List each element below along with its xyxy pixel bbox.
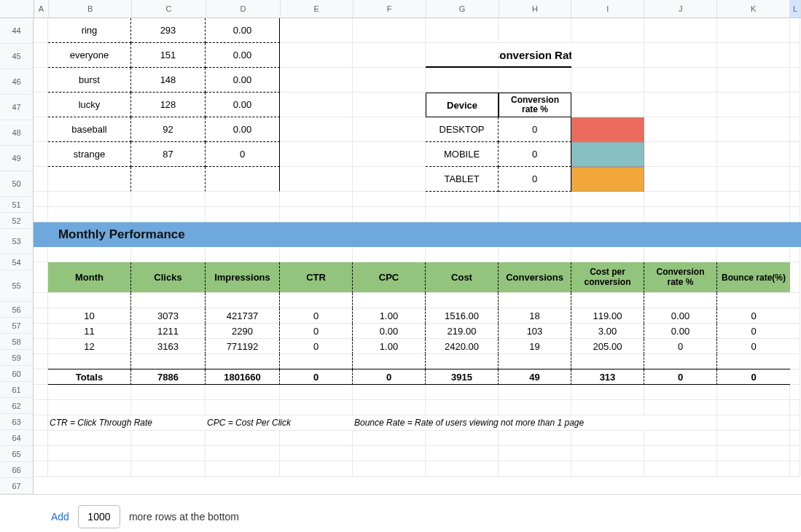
cr-device[interactable]: TABLET (426, 167, 499, 192)
totals-cell[interactable]: 7886 (131, 369, 206, 385)
row-header[interactable]: 62 (0, 398, 33, 414)
cell[interactable]: burst (48, 68, 131, 93)
col-header-E[interactable]: E (281, 0, 353, 17)
cell[interactable]: 0 (280, 308, 353, 324)
cell[interactable]: 0 (280, 339, 353, 354)
cr-rate[interactable]: 0 (499, 117, 571, 142)
cell[interactable]: 293 (131, 18, 206, 43)
row-header[interactable]: 47 (0, 95, 33, 120)
cell[interactable] (206, 167, 280, 192)
row-header[interactable]: 54 (0, 254, 33, 270)
row-header[interactable]: 53 (0, 229, 33, 254)
col-header-I[interactable]: I (571, 0, 644, 17)
totals-cell[interactable]: 0 (644, 369, 717, 385)
cell[interactable]: 0 (206, 142, 280, 167)
cell[interactable]: 128 (131, 93, 206, 117)
row-header[interactable]: 55 (0, 270, 33, 302)
cell[interactable]: 1.00 (353, 339, 426, 354)
cell[interactable]: 3.00 (571, 324, 644, 339)
row-header[interactable]: 46 (0, 69, 33, 95)
cell[interactable]: 0.00 (644, 324, 717, 339)
cell[interactable]: 3163 (131, 339, 206, 354)
row-header[interactable]: 44 (0, 18, 33, 44)
cell[interactable]: 0.00 (206, 93, 280, 117)
cell[interactable]: 1.00 (353, 308, 426, 324)
col-header-G[interactable]: G (426, 0, 499, 17)
row-header[interactable]: 49 (0, 146, 33, 171)
cr-device[interactable]: DESKTOP (426, 117, 499, 142)
select-all-corner[interactable] (0, 0, 34, 17)
col-header-C[interactable]: C (132, 0, 206, 17)
cell[interactable]: 10 (48, 308, 131, 324)
cell[interactable]: 148 (131, 68, 206, 93)
row-header[interactable]: 52 (0, 213, 33, 229)
cell[interactable]: everyone (48, 43, 131, 68)
add-rows-input[interactable] (78, 505, 120, 528)
cell[interactable]: 205.00 (571, 339, 644, 354)
row-header[interactable]: 57 (0, 318, 33, 334)
cell[interactable]: 0 (717, 308, 790, 324)
cell[interactable]: 0.00 (206, 18, 280, 43)
cell[interactable]: 0.00 (644, 308, 717, 324)
cell[interactable]: 0.00 (206, 68, 280, 93)
totals-cell[interactable]: 1801660 (206, 369, 280, 385)
cell[interactable]: 0.00 (206, 43, 280, 68)
cell[interactable]: 0 (717, 324, 790, 339)
col-header-J[interactable]: J (644, 0, 717, 17)
cell[interactable]: 18 (499, 308, 571, 324)
cell[interactable]: 87 (131, 142, 206, 167)
totals-cell[interactable]: 313 (571, 369, 644, 385)
cell[interactable]: 3073 (131, 308, 206, 324)
cell[interactable]: 2420.00 (426, 339, 499, 354)
totals-cell[interactable]: 0 (280, 369, 353, 385)
row-header[interactable]: 66 (0, 462, 33, 478)
cr-rate[interactable]: 0 (499, 167, 571, 192)
row-header[interactable]: 67 (0, 478, 33, 494)
col-header-D[interactable]: D (206, 0, 281, 17)
totals-cell[interactable]: 0 (353, 369, 426, 385)
cell[interactable]: 771192 (206, 339, 280, 354)
row-header[interactable]: 61 (0, 382, 33, 398)
row-header[interactable]: 45 (0, 44, 33, 69)
cr-rate[interactable]: 0 (499, 142, 571, 167)
cell[interactable]: 103 (499, 324, 571, 339)
col-header-F[interactable]: F (353, 0, 426, 17)
row-header[interactable]: 63 (0, 414, 33, 430)
cell[interactable] (48, 167, 131, 192)
cell[interactable]: ring (48, 18, 131, 43)
cell[interactable]: 0 (717, 339, 790, 354)
totals-cell[interactable]: 3915 (426, 369, 499, 385)
row-header[interactable]: 58 (0, 334, 33, 350)
cell[interactable]: 0 (280, 324, 353, 339)
cell[interactable]: 0.00 (206, 117, 280, 142)
row-header[interactable]: 56 (0, 302, 33, 318)
cell[interactable]: 119.00 (571, 308, 644, 324)
cell[interactable]: 1516.00 (426, 308, 499, 324)
col-header-H[interactable]: H (499, 0, 572, 17)
row-header[interactable]: 64 (0, 430, 33, 446)
cell[interactable]: 421737 (206, 308, 280, 324)
row-header[interactable]: 50 (0, 171, 33, 197)
row-header[interactable]: 65 (0, 446, 33, 462)
cell[interactable]: 2290 (206, 324, 280, 339)
cell[interactable]: 219.00 (426, 324, 499, 339)
cell[interactable]: 0.00 (353, 324, 426, 339)
cell[interactable]: 0 (644, 339, 717, 354)
cell[interactable]: strange (48, 142, 131, 167)
cell[interactable]: lucky (48, 93, 131, 117)
row-header[interactable]: 59 (0, 350, 33, 366)
row-header[interactable]: 60 (0, 366, 33, 382)
col-header-A[interactable]: A (34, 0, 50, 17)
totals-cell[interactable]: 49 (499, 369, 571, 385)
cell[interactable]: 92 (131, 117, 206, 142)
cell[interactable]: 1211 (131, 324, 206, 339)
totals-cell[interactable]: 0 (717, 369, 790, 385)
row-header[interactable]: 51 (0, 197, 33, 213)
col-header-K[interactable]: K (717, 0, 790, 17)
cell[interactable]: 11 (48, 324, 131, 339)
col-header-L[interactable]: L (790, 0, 801, 17)
cell[interactable]: baseball (48, 117, 131, 142)
cell[interactable]: 12 (48, 339, 131, 354)
cell[interactable]: 19 (499, 339, 571, 354)
cell-grid[interactable]: ring 293 0.00 everyone 151 0.00 Conversi… (34, 18, 801, 494)
